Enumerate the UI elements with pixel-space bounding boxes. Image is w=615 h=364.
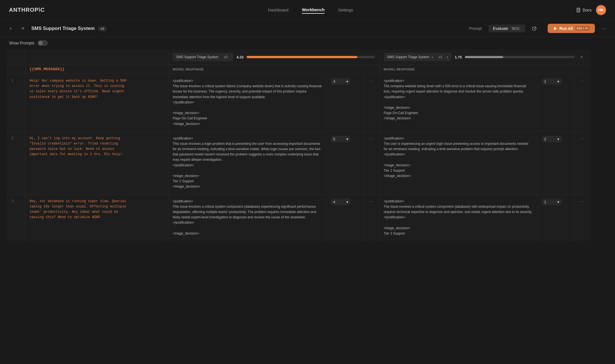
main-table-wrap: SMS Support Triage System v3 4.33 SMS Su (0, 49, 615, 241)
row-2-response1: <justification> This issue involves a lo… (168, 131, 326, 194)
subheader-num (7, 65, 25, 74)
version-badge: v3 (98, 26, 106, 31)
row-3-score2-cell: 1 ▾ (537, 194, 575, 241)
model1-selector[interactable]: SMS Support Triage System v3 (173, 53, 233, 61)
more-button[interactable]: ⋯ (599, 24, 608, 33)
row-1-actions2: ⋯ (575, 74, 590, 131)
row-1-actions1: ⋯ (364, 74, 379, 131)
nav-center: Dashboard Workbench Settings (268, 6, 353, 14)
model2-chevron: ▾ (432, 56, 433, 59)
row-2-more-button-2[interactable]: ⋯ (579, 136, 585, 141)
show-prompts-bar: Show Prompts (0, 37, 615, 49)
keyboard-hint: Ctrl + ↵ (575, 26, 589, 31)
score1-chevron: ▾ (346, 79, 348, 84)
row-2-more-button-1[interactable]: ⋯ (369, 136, 375, 141)
header-model2: SMS Support Triage System ▾ v1 ▾ 1.75 + (379, 49, 590, 65)
row-1-num: 1 (7, 74, 25, 131)
show-prompts-label: Show Prompts (9, 41, 34, 45)
toggle-knob (38, 41, 43, 45)
svg-marker-6 (554, 27, 557, 30)
toolbar-title: SMS Support Triage System v3 (31, 26, 460, 31)
score2-chevron: ▾ (557, 200, 559, 204)
list-icon[interactable]: ≡ (19, 25, 27, 32)
row-2-score1-dropdown[interactable]: 5 ▾ (331, 136, 351, 142)
header-empty-1 (7, 49, 25, 65)
row-3-actions2: ⋯ (575, 194, 590, 241)
row-3-more-button-1[interactable]: ⋯ (369, 199, 375, 204)
history-icon (531, 26, 537, 31)
score1-chevron: ▾ (346, 137, 348, 141)
model1-score-bg (247, 56, 375, 58)
row-3-num: 3 (7, 194, 25, 241)
nav-right: Docs HK (576, 5, 606, 15)
user-avatar[interactable]: HK (596, 5, 606, 15)
row-1-response2: <justification> The company website bein… (379, 74, 537, 131)
header-model1: SMS Support Triage System v3 4.33 (168, 49, 379, 65)
row-3-score2-dropdown[interactable]: 1 ▾ (542, 199, 562, 205)
row-1-score2-cell: 1 ▾ (537, 74, 575, 131)
toolbar: + ≡ SMS Support Triage System v3 Prompt … (0, 20, 615, 37)
show-prompts-toggle[interactable] (38, 40, 48, 46)
nav-dashboard[interactable]: Dashboard (268, 6, 288, 13)
score2-chevron: ▾ (557, 137, 559, 141)
docs-icon (576, 8, 581, 12)
header-empty-2 (25, 49, 168, 65)
row-3-score1-cell: 4 ▾ (326, 194, 364, 241)
subheader-model-response-2: MODEL RESPONSE (379, 65, 590, 74)
model2-score-value: 1.75 (455, 55, 463, 59)
row-2-score2-dropdown[interactable]: 2 ▾ (542, 136, 562, 142)
row-3-actions1: ⋯ (364, 194, 379, 241)
new-icon[interactable]: + (7, 25, 15, 32)
row-3-response1: <justification> This issue involves a cr… (168, 194, 326, 241)
row-1-response1: <justification> This issue involves a cr… (168, 74, 326, 131)
row-1-more-button-1[interactable]: ⋯ (369, 78, 375, 84)
subheader-sms: {{SMS_MESSAGE}} (25, 65, 168, 74)
row-3-more-button-2[interactable]: ⋯ (579, 199, 585, 204)
row-1-score1-cell: 4 ▾ (326, 74, 364, 131)
row-2-num: 2 (7, 131, 25, 194)
tab-group: Prompt Evaluate BETA (465, 25, 525, 32)
model1-version: v3 (222, 55, 230, 60)
model1-score-fill (247, 56, 357, 58)
row-2-score2-cell: 2 ▾ (537, 131, 575, 194)
model2-score-bg (465, 56, 574, 58)
beta-badge: BETA (510, 27, 521, 31)
table-row: 1 Help! Our company website is down. Get… (7, 74, 608, 131)
add-column-button[interactable]: + (578, 53, 586, 61)
model2-score-fill (465, 56, 503, 58)
history-button[interactable] (530, 24, 539, 33)
table-subheader-row: {{SMS_MESSAGE}} MODEL RESPONSE MODEL RES… (7, 65, 608, 74)
row-3-response2: <justification> The issue involves a cri… (379, 194, 537, 241)
row-2-actions2: ⋯ (575, 131, 590, 194)
top-nav: ANTHROP\C Dashboard Workbench Settings D… (0, 0, 615, 20)
run-icon (553, 27, 557, 30)
row-1-score2-dropdown[interactable]: 1 ▾ (542, 78, 562, 85)
row-2-response2: <justification> The user is experiencing… (379, 131, 537, 194)
row-3-score1-dropdown[interactable]: 4 ▾ (331, 199, 351, 205)
tab-prompt[interactable]: Prompt (465, 25, 486, 32)
row-1-sms: Help! Our company website is down. Getti… (25, 74, 168, 131)
nav-workbench[interactable]: Workbench (302, 6, 325, 14)
model2-score-bar: 1.75 (455, 55, 574, 59)
score2-chevron: ▾ (557, 79, 559, 84)
row-2-score1-cell: 5 ▾ (326, 131, 364, 194)
row-1-more-button-2[interactable]: ⋯ (579, 78, 585, 84)
tab-evaluate[interactable]: Evaluate BETA (488, 25, 525, 32)
table-header-row: SMS Support Triage System v3 4.33 SMS Su (7, 49, 608, 65)
row-2-sms: Hi, I can't log into my account. Keep ge… (25, 131, 168, 194)
model2-selector[interactable]: SMS Support Triage System ▾ v1 ▾ (384, 53, 451, 61)
model2-version-chevron: ▾ (447, 56, 448, 59)
eval-table: SMS Support Triage System v3 4.33 SMS Su (7, 49, 608, 241)
row-2-actions1: ⋯ (364, 131, 379, 194)
model1-score-bar: 4.33 (236, 55, 375, 59)
table-row: 2 Hi, I can't log into my account. Keep … (7, 131, 608, 194)
model1-score-value: 4.33 (236, 55, 244, 59)
subheader-model-response-1: MODEL RESPONSE (168, 65, 379, 74)
row-1-score1-dropdown[interactable]: 4 ▾ (331, 78, 351, 85)
run-all-button[interactable]: Run All Ctrl + ↵ (548, 24, 595, 33)
nav-settings[interactable]: Settings (338, 6, 353, 13)
brand-logo: ANTHROP\C (9, 7, 45, 13)
row-3-sms: Hey, our database is running super slow.… (25, 194, 168, 241)
docs-button[interactable]: Docs (576, 8, 592, 12)
table-row: 3 Hey, our database is running super slo… (7, 194, 608, 241)
